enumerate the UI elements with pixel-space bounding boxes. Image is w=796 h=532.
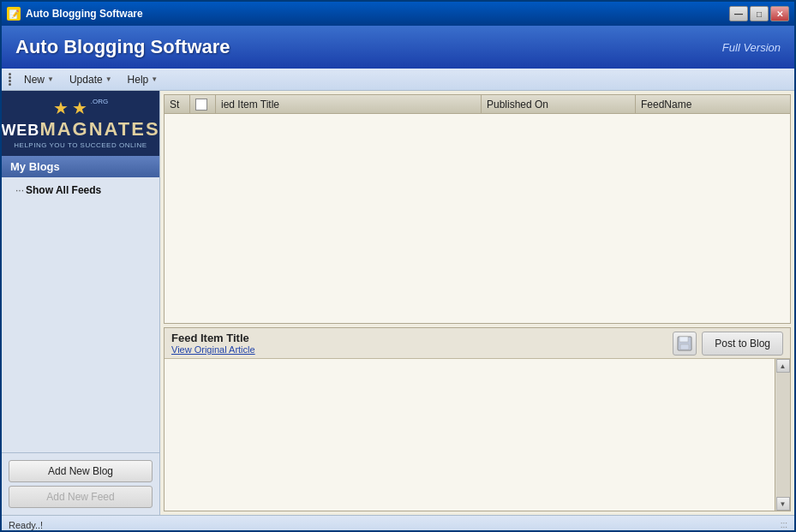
main-layout: ★ ★ .ORG WEBMAGNATES HELPING YOU TO SUCC… xyxy=(2,91,794,515)
svg-rect-2 xyxy=(680,344,689,350)
article-preview: Feed Item Title View Original Article Po… xyxy=(164,327,791,511)
header-bar: Auto Blogging Software Full Version xyxy=(2,26,794,69)
status-bar: Ready..! ::: xyxy=(2,515,794,532)
menu-grip xyxy=(9,73,12,87)
chevron-down-icon: ▼ xyxy=(47,75,54,83)
sidebar-item-show-all-feeds[interactable]: ···Show All Feeds xyxy=(2,181,159,200)
post-to-blog-button[interactable]: Post to Blog xyxy=(702,332,783,356)
close-button[interactable]: ✕ xyxy=(770,6,789,21)
my-blogs-header: My Blogs xyxy=(2,156,159,177)
sidebar-buttons: Add New Blog Add New Feed xyxy=(2,452,159,515)
add-new-feed-button[interactable]: Add New Feed xyxy=(9,486,153,508)
article-top-row: Feed Item Title View Original Article Po… xyxy=(165,328,790,359)
article-original-link[interactable]: View Original Article xyxy=(171,344,673,355)
logo-tagline: HELPING YOU TO SUCCEED ONLINE xyxy=(14,141,147,149)
menu-update[interactable]: Update ▼ xyxy=(63,72,119,87)
article-content-area: ▲ ▼ xyxy=(165,359,790,511)
star-icon-2: ★ xyxy=(72,98,87,118)
article-info: Feed Item Title View Original Article xyxy=(171,328,673,358)
col-header-title: ied Item Title xyxy=(216,95,482,113)
sidebar-content: ···Show All Feeds xyxy=(2,177,159,452)
scroll-up-arrow[interactable]: ▲ xyxy=(776,359,790,373)
scroll-track[interactable] xyxy=(776,373,790,497)
feed-table-container: St ied Item Title Published On FeedName xyxy=(164,94,791,324)
save-button[interactable] xyxy=(673,332,697,356)
title-bar-text: Auto Blogging Software xyxy=(26,8,143,20)
app-title: Auto Blogging Software xyxy=(15,36,230,58)
col-header-c xyxy=(190,95,216,113)
article-actions: Post to Blog xyxy=(673,332,783,356)
title-bar-left: 📝 Auto Blogging Software xyxy=(7,7,143,21)
logo-magnates-text: MAGNATES xyxy=(39,118,159,140)
chevron-down-icon: ▼ xyxy=(105,75,112,83)
save-icon xyxy=(677,336,692,351)
article-textarea[interactable] xyxy=(165,359,775,511)
article-scrollbar: ▲ ▼ xyxy=(775,359,790,511)
feed-table-header: St ied Item Title Published On FeedName xyxy=(165,95,790,114)
menu-help[interactable]: Help ▼ xyxy=(121,72,165,87)
menu-new[interactable]: New ▼ xyxy=(17,72,61,87)
logo-area: ★ ★ .ORG WEBMAGNATES HELPING YOU TO SUCC… xyxy=(2,91,159,156)
header-checkbox[interactable] xyxy=(195,99,207,111)
app-icon: 📝 xyxy=(7,7,21,21)
col-header-st: St xyxy=(165,95,190,113)
scroll-down-arrow[interactable]: ▼ xyxy=(776,497,790,511)
svg-rect-1 xyxy=(679,337,688,342)
minimize-button[interactable]: — xyxy=(729,6,748,21)
feed-table-body[interactable] xyxy=(165,114,790,323)
resize-grip-icon: ::: xyxy=(781,520,787,529)
logo-web-text: WEB xyxy=(1,122,39,139)
add-new-blog-button[interactable]: Add New Blog xyxy=(9,460,153,482)
title-bar: 📝 Auto Blogging Software — □ ✕ xyxy=(2,2,794,26)
content-area: St ied Item Title Published On FeedName … xyxy=(160,91,794,515)
article-title: Feed Item Title xyxy=(171,332,673,344)
logo-stars: ★ ★ .ORG xyxy=(53,98,108,118)
star-icon-1: ★ xyxy=(53,98,69,118)
chevron-down-icon: ▼ xyxy=(151,75,158,83)
maximize-button[interactable]: □ xyxy=(750,6,769,21)
col-header-feedname: FeedName xyxy=(636,95,790,113)
version-badge: Full Version xyxy=(722,41,781,54)
menu-bar: New ▼ Update ▼ Help ▼ xyxy=(2,69,794,91)
col-header-published: Published On xyxy=(482,95,636,113)
title-bar-buttons: — □ ✕ xyxy=(729,6,789,21)
sidebar: ★ ★ .ORG WEBMAGNATES HELPING YOU TO SUCC… xyxy=(2,91,160,515)
dot-org-label: .ORG xyxy=(91,98,108,105)
status-text: Ready..! xyxy=(9,520,43,530)
